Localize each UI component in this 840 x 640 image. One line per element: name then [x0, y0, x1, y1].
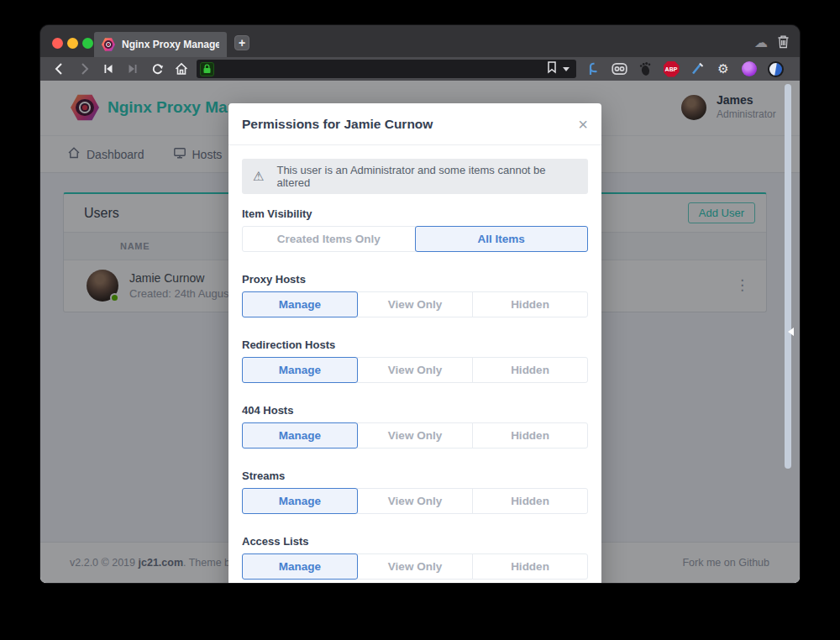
purple-extension-icon[interactable] [741, 60, 758, 77]
minimize-window-button[interactable] [67, 38, 78, 49]
bookmarks-dropdown-icon[interactable] [563, 67, 570, 75]
last-page-icon[interactable] [123, 60, 142, 78]
option-hidden[interactable]: Hidden [472, 422, 588, 449]
permission-group-label: Streams [242, 470, 588, 482]
permission-groups: Item VisibilityCreated Items OnlyAll Ite… [242, 207, 588, 580]
option-manage[interactable]: Manage [242, 291, 358, 317]
color-picker-pen-icon[interactable] [689, 60, 706, 77]
first-page-icon[interactable] [99, 60, 118, 78]
option-view-only[interactable]: View Only [357, 422, 473, 449]
alert-text: This user is an Administrator and some i… [276, 164, 577, 189]
segmented-control: Created Items OnlyAll Items [242, 226, 588, 252]
forward-icon[interactable] [75, 60, 93, 78]
gnome-foot-icon[interactable] [637, 60, 654, 77]
goggles-icon[interactable] [611, 60, 627, 77]
browser-toolbar: ABP⚙ [40, 57, 800, 81]
favicon-nginx-proxy-manager [102, 38, 115, 51]
edge-arrow-icon [784, 328, 794, 336]
abp-badge: ABP [664, 61, 680, 77]
option-manage[interactable]: Manage [242, 553, 358, 580]
permission-group-access-lists: Access ListsManageView OnlyHidden [242, 535, 588, 580]
extension-icons-row: ABP⚙ [585, 60, 784, 77]
option-view-only[interactable]: View Only [357, 357, 473, 383]
close-icon[interactable]: × [578, 116, 588, 133]
option-hidden[interactable]: Hidden [472, 357, 588, 383]
permission-group-label: Redirection Hosts [242, 338, 588, 351]
permission-group-item-visibility: Item VisibilityCreated Items OnlyAll Ite… [242, 207, 588, 252]
settings-gear-icon[interactable]: ⚙ [715, 60, 732, 77]
cloud-sync-icon[interactable]: ☁ [754, 34, 768, 50]
privacy-circle-icon[interactable] [767, 60, 784, 77]
segmented-control: ManageView OnlyHidden [242, 357, 588, 383]
permission-group-label: 404 Hosts [242, 404, 588, 417]
option-view-only[interactable]: View Only [357, 553, 473, 580]
segmented-control: ManageView OnlyHidden [242, 291, 588, 317]
permission-group-label: Access Lists [242, 535, 588, 548]
option-hidden[interactable]: Hidden [472, 291, 588, 317]
tab-title: Nginx Proxy Manager [122, 39, 219, 50]
option-created-items-only[interactable]: Created Items Only [242, 226, 416, 252]
modal-body: ⚠ This user is an Administrator and some… [228, 145, 601, 583]
segmented-control: ManageView OnlyHidden [242, 422, 588, 449]
scrollbar-thumb[interactable] [785, 84, 791, 469]
reload-icon[interactable] [148, 60, 166, 78]
option-manage[interactable]: Manage [242, 488, 358, 514]
option-all-items[interactable]: All Items [415, 226, 589, 252]
browser-tab[interactable]: Nginx Proxy Manager [94, 32, 227, 57]
modal-header: Permissions for Jamie Curnow × [228, 103, 601, 145]
close-window-button[interactable] [52, 38, 63, 49]
browser-window: Nginx Proxy Manager + ☁ [40, 25, 800, 583]
permission-group-404-hosts: 404 HostsManageView OnlyHidden [242, 404, 588, 449]
trash-icon[interactable] [777, 34, 790, 52]
warning-icon: ⚠ [253, 169, 264, 184]
segmented-control: ManageView OnlyHidden [242, 488, 588, 514]
admin-alert: ⚠ This user is an Administrator and some… [242, 159, 588, 194]
segmented-control: ManageView OnlyHidden [242, 553, 588, 580]
option-manage[interactable]: Manage [242, 357, 358, 383]
zoom-window-button[interactable] [82, 38, 93, 49]
permission-group-label: Proxy Hosts [242, 273, 588, 286]
modal-title: Permissions for Jamie Curnow [242, 117, 433, 132]
adblock-plus-icon[interactable]: ABP [663, 60, 680, 77]
new-tab-button[interactable]: + [234, 35, 249, 50]
tree-style-tab-icon[interactable] [585, 60, 601, 77]
option-hidden[interactable]: Hidden [472, 553, 588, 580]
https-lock-icon[interactable] [200, 62, 214, 76]
page-viewport: Nginx Proxy Manager James Administrator … [40, 81, 800, 583]
browser-tab-bar: Nginx Proxy Manager + ☁ [40, 25, 800, 57]
permission-group-proxy-hosts: Proxy HostsManageView OnlyHidden [242, 273, 588, 317]
option-hidden[interactable]: Hidden [472, 488, 588, 514]
permission-group-redirection-hosts: Redirection HostsManageView OnlyHidden [242, 338, 588, 383]
bookmark-icon[interactable] [546, 60, 558, 77]
option-manage[interactable]: Manage [242, 422, 358, 449]
permission-group-label: Item Visibility [242, 207, 588, 220]
option-view-only[interactable]: View Only [357, 488, 473, 514]
permission-group-streams: StreamsManageView OnlyHidden [242, 470, 588, 514]
back-icon[interactable] [50, 60, 69, 78]
url-bar[interactable] [197, 60, 576, 78]
home-icon[interactable] [172, 60, 191, 78]
option-view-only[interactable]: View Only [357, 291, 473, 317]
permissions-modal: Permissions for Jamie Curnow × ⚠ This us… [228, 103, 601, 583]
